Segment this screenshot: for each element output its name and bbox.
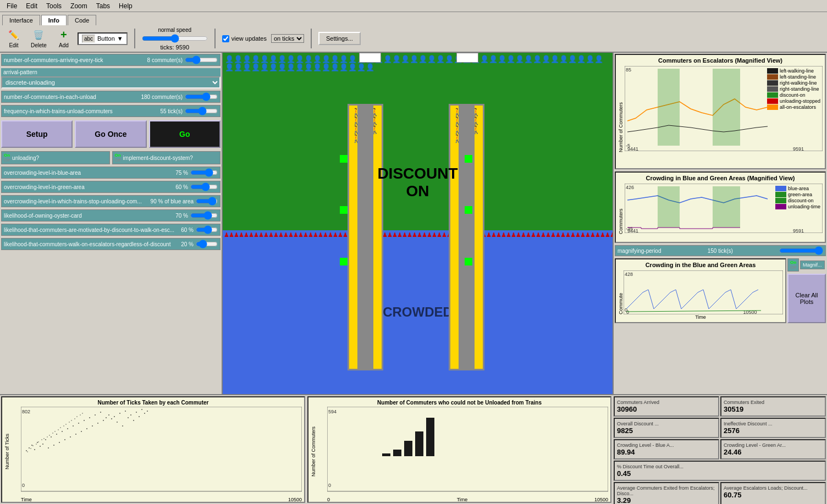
- svg-point-61: [130, 414, 131, 416]
- magnify-toggle[interactable]: On Off: [787, 258, 799, 272]
- go-once-button[interactable]: Go Once: [75, 120, 146, 148]
- stat-overall-discount-label: Overall Discount ...: [617, 421, 716, 427]
- menu-file[interactable]: File: [2, 1, 21, 11]
- likelihood-walk-slider[interactable]: [196, 240, 218, 248]
- svg-text:0: 0: [22, 483, 25, 488]
- commuters-arriving-value: 8 commuter(s): [147, 57, 183, 63]
- menu-bar: File Edit Tools Zoom Tabs Help: [0, 0, 827, 12]
- svg-point-41: [75, 434, 76, 435]
- menu-tools[interactable]: Tools: [42, 1, 66, 11]
- svg-rect-94: [404, 441, 412, 456]
- ticks-x-end: 10500: [288, 497, 302, 502]
- crowding-y-label: Commuters: [618, 184, 624, 234]
- ticks-chart-svg: 802 0: [21, 407, 302, 496]
- tab-code[interactable]: Code: [68, 15, 96, 25]
- go-button[interactable]: Go: [149, 120, 220, 148]
- commuters-unload-slider-row: number-of-commuters-in-each-unload 180 c…: [1, 91, 220, 103]
- unloading-toggle[interactable]: On Off unloading?: [1, 151, 110, 164]
- svg-point-23: [26, 450, 27, 451]
- legend-unloading-stopped: unloading-stopped: [767, 98, 820, 104]
- svg-text:0: 0: [626, 309, 629, 314]
- unloading-label: unloading?: [12, 155, 39, 161]
- stat-commuters-arrived-label: Commuters Arrived: [617, 400, 716, 405]
- speed-slider[interactable]: [142, 34, 208, 43]
- crowding-main-svg: 428 0 0 10500: [624, 270, 783, 314]
- unloaded-x-label: Time: [457, 497, 468, 502]
- svg-point-25: [31, 445, 32, 446]
- updates-frequency-select[interactable]: on ticks: [271, 34, 304, 43]
- commuters-unload-slider[interactable]: [185, 92, 218, 101]
- discount-switch[interactable]: On Off: [115, 153, 121, 163]
- svg-point-70: [32, 445, 34, 446]
- delete-button[interactable]: 🗑️ Delete: [27, 28, 50, 49]
- stat-ineffective-discount-value: 2576: [724, 427, 823, 435]
- frequency-trains-slider[interactable]: [185, 107, 218, 115]
- settings-button[interactable]: Settings...: [318, 32, 361, 45]
- escalator-left: 🚶🚶🚶🚶🚶🚶🚶🚶🚶🚶: [348, 104, 383, 370]
- add-button[interactable]: + Add: [54, 28, 73, 49]
- menu-edit[interactable]: Edit: [21, 1, 42, 11]
- commuters-unload-value: 180 commuter(s): [141, 94, 183, 100]
- legend-all-on-escalators: all-on-escalators: [767, 104, 820, 110]
- arrival-pattern-select[interactable]: discrete-unloading: [1, 76, 220, 88]
- stat-avg-loads-disc1: Average Escalators Loads; Discount... 60…: [720, 482, 826, 504]
- crowding-main-title: Crowding in the Blue and Green Areas: [618, 262, 783, 268]
- svg-point-34: [56, 434, 57, 435]
- setup-button[interactable]: Setup: [1, 120, 73, 148]
- svg-point-29: [42, 444, 43, 445]
- overcrowding-blue-value: 75 %: [175, 170, 188, 176]
- overcrowding-blue-slider[interactable]: [190, 168, 218, 177]
- likelihood-motivated-value: 60 %: [181, 227, 194, 233]
- magnifying-period-label: magnifying-period: [618, 248, 661, 254]
- menu-help[interactable]: Help: [114, 1, 137, 11]
- menu-tabs[interactable]: Tabs: [92, 1, 114, 11]
- legend-right-standing: right-standing-line: [767, 86, 820, 92]
- separator-1: [134, 29, 135, 48]
- legend-green-area: green-area: [775, 192, 820, 197]
- likelihood-motivated-row: likelihood-that-commuters-are-motivated-…: [1, 224, 220, 236]
- tab-interface[interactable]: Interface: [2, 15, 40, 25]
- likelihood-oyster-label: likelihood-of-owning-oyster-card: [4, 213, 173, 219]
- view-updates-control: view updates: [222, 35, 267, 42]
- likelihood-oyster-slider[interactable]: [190, 211, 218, 220]
- svg-point-32: [51, 436, 52, 437]
- blue-zone-people: ♟♟♟♟♟♟♟♟♟♟♟♟♟♟♟♟♟♟♟♟♟♟♟♟♟♟♟♟♟♟♟♟♟♟♟♟♟♟♟♟…: [223, 230, 613, 240]
- svg-point-50: [100, 412, 101, 413]
- svg-point-24: [29, 447, 30, 448]
- svg-point-81: [63, 425, 64, 427]
- svg-point-77: [52, 433, 53, 434]
- magnify-button[interactable]: Magnif...: [800, 261, 825, 269]
- svg-point-63: [136, 412, 137, 413]
- stat-discount-pct-label: % Discount Time out Overall...: [617, 464, 823, 469]
- stat-avg-exited-disc1-label: Average Commuters Exited from Escalators…: [617, 485, 716, 496]
- right-panel: Commuters on Escalators (Magnified View)…: [613, 53, 827, 394]
- overcrowding-green-slider[interactable]: [190, 182, 218, 191]
- likelihood-motivated-slider[interactable]: [196, 225, 218, 234]
- edit-button[interactable]: ✏️ Edit: [4, 28, 23, 49]
- overcrowding-blue-row: overcrowding-level-in-blue-area 75 %: [1, 167, 220, 179]
- view-updates-checkbox[interactable]: [222, 35, 229, 42]
- overcrowding-trains-stop-slider[interactable]: [196, 197, 218, 206]
- stat-crowding-green-value: 24.46: [724, 448, 823, 456]
- svg-point-66: [144, 413, 145, 414]
- tab-info[interactable]: Info: [41, 15, 67, 25]
- svg-text:10500: 10500: [743, 309, 757, 314]
- magnifying-period-slider[interactable]: [779, 246, 823, 255]
- svg-point-27: [37, 442, 38, 443]
- unloading-switch[interactable]: On Off: [4, 153, 10, 163]
- green-indicator-2: [340, 206, 348, 214]
- commuters-arriving-slider[interactable]: [185, 56, 218, 64]
- green-indicator-6: [465, 258, 472, 265]
- button-type-dropdown[interactable]: abc Button ▼: [78, 32, 128, 45]
- svg-point-65: [141, 409, 142, 410]
- discount-toggle[interactable]: On Off implement-discount-system?: [112, 151, 221, 164]
- sim-buttons-row: Setup Go Once Go: [1, 120, 220, 148]
- svg-point-56: [117, 422, 118, 423]
- crowding-legend: blue-area green-area discount-on un: [775, 186, 820, 210]
- clear-all-plots-button[interactable]: Clear All Plots: [787, 274, 826, 323]
- overcrowding-green-value: 60 %: [175, 184, 188, 190]
- menu-zoom[interactable]: Zoom: [66, 1, 92, 11]
- legend-unloading-time: unloading-time: [775, 204, 820, 209]
- likelihood-walk-value: 20 %: [181, 241, 194, 247]
- commuters-arriving-label: number-of-commuters-arriving-every-tick: [4, 57, 145, 63]
